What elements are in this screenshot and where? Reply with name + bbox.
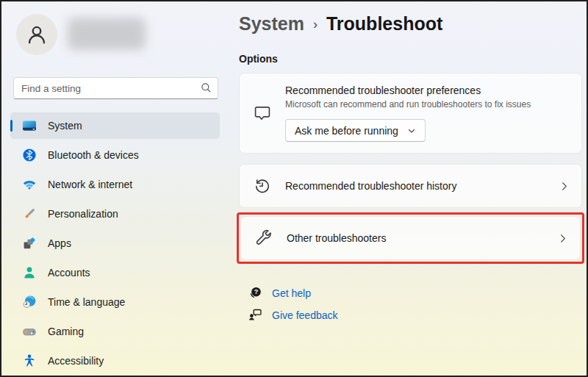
sidebar: System Bluetooth & devices Network & int… [1, 1, 229, 376]
sidebar-item-apps[interactable]: Apps [10, 230, 220, 256]
search-input[interactable] [13, 77, 218, 99]
link-label: Give feedback [272, 309, 338, 321]
card-troubleshooter-history[interactable]: Recommended troubleshooter history [239, 164, 582, 208]
search-icon [200, 82, 212, 94]
chevron-right-icon [546, 181, 581, 192]
bluetooth-icon [22, 148, 37, 162]
system-icon [22, 118, 37, 133]
breadcrumb: System › Troubleshoot [239, 13, 442, 35]
sidebar-item-label: Bluetooth & devices [48, 149, 139, 161]
card-title: Other troubleshooters [287, 232, 545, 244]
time-language-icon [22, 295, 37, 309]
sidebar-item-accessibility[interactable]: Accessibility [10, 348, 220, 374]
wrench-icon [241, 229, 287, 248]
get-help-icon: ? [248, 286, 262, 300]
search-box [13, 77, 218, 99]
card-body: Other troubleshooters [287, 232, 545, 244]
sidebar-item-label: Time & language [48, 296, 125, 308]
card-body: Recommended troubleshooter history [285, 180, 546, 192]
link-label: Get help [272, 287, 311, 299]
page-title: Troubleshoot [326, 13, 442, 35]
person-icon [24, 22, 49, 47]
give-feedback-icon [248, 308, 262, 322]
card-title: Recommended troubleshooter history [285, 180, 546, 192]
settings-window: { "window": { "app": "Windows Settings",… [0, 0, 588, 377]
card-description: Microsoft can recommend and run troubles… [285, 99, 581, 109]
user-name-blurred [68, 18, 146, 50]
card-title: Recommended troubleshooter preferences [285, 85, 581, 96]
network-icon [22, 177, 37, 192]
sidebar-item-label: Apps [48, 237, 71, 249]
sidebar-item-accounts[interactable]: Accounts [10, 259, 220, 286]
card-other-troubleshooters[interactable]: Other troubleshooters [240, 216, 581, 260]
sidebar-item-label: Personalization [48, 208, 118, 220]
card-troubleshooter-preferences: Recommended troubleshooter preferences M… [239, 73, 582, 154]
accessibility-icon [22, 353, 37, 368]
preferences-dropdown[interactable]: Ask me before running [285, 119, 426, 142]
get-help-link[interactable]: ? Get help [248, 286, 311, 300]
give-feedback-link[interactable]: Give feedback [248, 308, 338, 322]
apps-icon [22, 236, 37, 251]
sidebar-item-gaming[interactable]: Gaming [10, 318, 220, 345]
sidebar-item-label: Accounts [48, 267, 90, 279]
sidebar-item-label: System [48, 120, 82, 132]
sidebar-item-time-language[interactable]: Time & language [10, 289, 220, 315]
sidebar-item-personalization[interactable]: Personalization [10, 201, 220, 227]
main-content: System › Troubleshoot Options Recommende… [239, 1, 582, 376]
history-icon [240, 176, 285, 195]
accounts-icon [22, 265, 37, 280]
chevron-right-icon [545, 233, 580, 244]
user-avatar[interactable] [16, 14, 57, 55]
sidebar-item-network-internet[interactable]: Network & internet [10, 171, 220, 198]
sidebar-item-label: Gaming [48, 326, 84, 337]
sidebar-item-label: Accessibility [48, 355, 104, 367]
personalization-icon [22, 207, 37, 221]
selected-accent-bar [10, 120, 12, 132]
svg-text:?: ? [254, 288, 259, 295]
sidebar-nav: System Bluetooth & devices Network & int… [10, 112, 220, 377]
breadcrumb-parent[interactable]: System [239, 13, 304, 35]
card-body: Recommended troubleshooter preferences M… [285, 85, 581, 142]
comment-bubble-icon [240, 104, 285, 123]
sidebar-item-bluetooth-devices[interactable]: Bluetooth & devices [10, 142, 220, 168]
sidebar-item-label: Network & internet [48, 179, 132, 190]
breadcrumb-separator-icon: › [313, 15, 318, 32]
section-title: Options [239, 53, 278, 65]
dropdown-value: Ask me before running [295, 125, 398, 137]
red-highlight-annotation: Other troubleshooters [237, 212, 584, 264]
chevron-down-icon [407, 126, 416, 135]
gaming-icon [22, 324, 37, 339]
sidebar-item-system[interactable]: System [10, 112, 220, 139]
